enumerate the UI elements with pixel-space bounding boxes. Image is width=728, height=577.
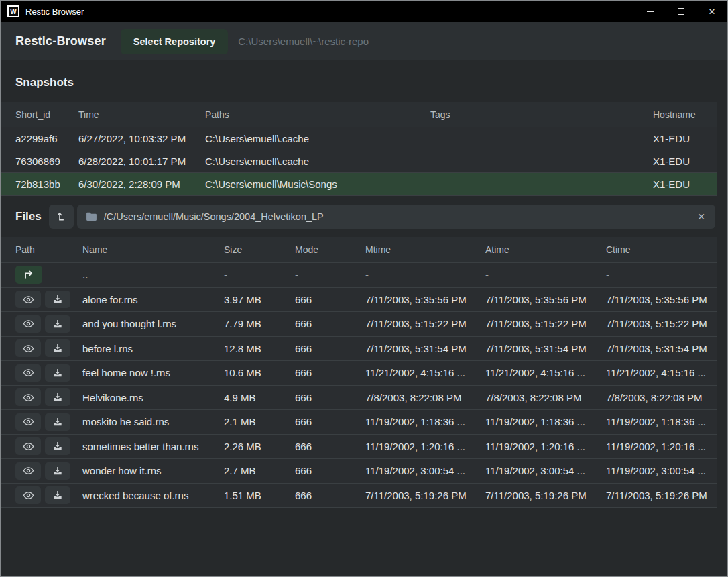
- file-size: 12.8 MB: [224, 343, 295, 354]
- current-path-input[interactable]: /C/Users/emuell/Music/Songs/2004_Helveti…: [77, 205, 715, 229]
- file-mtime: 11/19/2002, 1:20:16 ...: [365, 441, 485, 452]
- parent-directory-row: .. - - - - -: [1, 262, 717, 287]
- preview-file-button[interactable]: [15, 315, 41, 333]
- file-row: alone for.rns 3.97 MB 666 7/11/2003, 5:3…: [1, 287, 717, 312]
- file-mode: 666: [295, 441, 365, 452]
- column-header-name: Name: [82, 244, 224, 255]
- file-size: 3.97 MB: [224, 294, 295, 305]
- snapshot-time: 6/27/2022, 10:03:32 PM: [78, 133, 205, 144]
- download-file-button[interactable]: [45, 339, 70, 357]
- preview-file-button[interactable]: [15, 413, 41, 431]
- snapshot-paths: C:\Users\emuell\.cache: [205, 156, 430, 167]
- download-icon: [52, 319, 63, 329]
- file-row: before l.rns 12.8 MB 666 7/11/2003, 5:31…: [1, 336, 717, 361]
- download-icon: [52, 441, 63, 452]
- preview-file-button[interactable]: [15, 486, 41, 504]
- file-ctime: 11/19/2002, 1:20:16 ...: [606, 441, 717, 452]
- file-mtime: 7/11/2003, 5:19:26 PM: [365, 490, 485, 501]
- repository-path-field[interactable]: C:\Users\emuell\~\restic-repo: [238, 36, 369, 47]
- file-ctime: 7/11/2003, 5:15:22 PM: [606, 318, 717, 329]
- download-icon: [52, 392, 63, 403]
- select-repository-button[interactable]: Select Repository: [121, 29, 229, 54]
- file-row: moskito he said.rns 2.1 MB 666 11/19/200…: [1, 409, 717, 434]
- column-header-hostname: Hostname: [653, 109, 717, 120]
- download-file-button[interactable]: [45, 486, 70, 504]
- column-header-paths: Paths: [205, 109, 430, 120]
- file-atime: 11/19/2002, 1:20:16 ...: [485, 441, 606, 452]
- file-atime: 11/19/2002, 3:00:54 ...: [485, 465, 606, 476]
- download-file-button[interactable]: [45, 315, 70, 333]
- go-to-root-button[interactable]: [49, 205, 74, 229]
- file-ctime: 7/11/2003, 5:35:56 PM: [606, 294, 717, 305]
- preview-file-button[interactable]: [15, 339, 41, 357]
- file-mtime: 7/11/2003, 5:35:56 PM: [365, 294, 485, 305]
- snapshot-row[interactable]: 72b813bb 6/30/2022, 2:28:09 PM C:\Users\…: [1, 172, 717, 195]
- snapshot-short-id: 76306869: [15, 156, 78, 167]
- maximize-icon: [678, 8, 684, 15]
- file-mode: 666: [295, 392, 365, 403]
- files-bar: Files /C/Users/emuell/Music/Songs/2004_H…: [1, 196, 727, 237]
- file-atime: 11/19/2002, 1:18:36 ...: [485, 416, 606, 427]
- snapshot-row[interactable]: 76306869 6/28/2022, 10:01:17 PM C:\Users…: [1, 150, 717, 172]
- snapshots-table-header: Short_id Time Paths Tags Hostname: [1, 102, 717, 127]
- clear-path-button[interactable]: ✕: [696, 211, 707, 222]
- eye-icon: [23, 416, 34, 427]
- minimize-button[interactable]: [635, 1, 666, 22]
- up-level-icon: [56, 211, 67, 222]
- file-name: wonder how it.rns: [82, 465, 224, 476]
- file-ctime: 7/8/2003, 8:22:08 PM: [606, 392, 717, 403]
- file-name: Helvikone.rns: [82, 392, 224, 403]
- file-size: 7.79 MB: [224, 318, 295, 329]
- files-heading: Files: [15, 210, 42, 223]
- file-mode: 666: [295, 367, 365, 378]
- download-file-button[interactable]: [45, 388, 70, 406]
- preview-file-button[interactable]: [15, 437, 41, 455]
- file-name: and you thought l.rns: [82, 318, 224, 329]
- preview-file-button[interactable]: [15, 462, 41, 480]
- file-size: 2.1 MB: [224, 416, 295, 427]
- download-file-button[interactable]: [45, 437, 70, 455]
- file-size: 2.26 MB: [224, 441, 295, 452]
- maximize-button[interactable]: [666, 1, 696, 22]
- eye-icon: [23, 294, 34, 305]
- column-header-short-id: Short_id: [15, 109, 78, 120]
- preview-file-button[interactable]: [15, 364, 41, 382]
- snapshot-row[interactable]: a2299af6 6/27/2022, 10:03:32 PM C:\Users…: [1, 127, 717, 150]
- file-atime: 7/11/2003, 5:31:54 PM: [485, 343, 606, 354]
- snapshot-hostname: X1-EDU: [653, 156, 717, 167]
- file-mode: 666: [295, 490, 365, 501]
- download-file-button[interactable]: [45, 291, 70, 308]
- close-button[interactable]: ✕: [696, 1, 727, 22]
- download-file-button[interactable]: [45, 413, 70, 431]
- file-name: moskito he said.rns: [82, 416, 224, 427]
- snapshot-time: 6/28/2022, 10:01:17 PM: [78, 156, 205, 167]
- file-atime: 7/11/2003, 5:19:26 PM: [485, 490, 606, 501]
- snapshot-short-id: a2299af6: [15, 133, 78, 144]
- file-atime: 7/11/2003, 5:35:56 PM: [485, 294, 606, 305]
- column-header-tags: Tags: [430, 109, 653, 120]
- download-file-button[interactable]: [45, 462, 70, 480]
- file-size: -: [224, 269, 295, 280]
- eye-icon: [23, 367, 34, 378]
- file-row: and you thought l.rns 7.79 MB 666 7/11/2…: [1, 311, 717, 336]
- eye-icon: [23, 490, 34, 501]
- file-ctime: 7/11/2003, 5:31:54 PM: [606, 343, 717, 354]
- app-header: Restic-Browser Select Repository C:\User…: [1, 22, 727, 60]
- file-row: feel home now !.rns 10.6 MB 666 11/21/20…: [1, 360, 717, 385]
- file-size: 10.6 MB: [224, 367, 295, 378]
- column-header-size: Size: [224, 244, 295, 255]
- download-file-button[interactable]: [45, 364, 70, 382]
- titlebar: W Restic Browser ✕: [1, 1, 727, 22]
- download-icon: [52, 417, 63, 427]
- download-icon: [52, 294, 63, 305]
- file-atime: 7/11/2003, 5:15:22 PM: [485, 318, 606, 329]
- file-name: before l.rns: [82, 343, 224, 354]
- file-mtime: -: [365, 269, 485, 280]
- preview-file-button[interactable]: [15, 388, 41, 406]
- window-controls: ✕: [635, 1, 727, 22]
- go-to-parent-button[interactable]: [15, 266, 42, 284]
- files-table-header: Path Name Size Mode Mtime Atime Ctime: [1, 237, 717, 262]
- preview-file-button[interactable]: [15, 291, 41, 308]
- eye-icon: [23, 392, 34, 403]
- clear-icon: ✕: [697, 211, 705, 222]
